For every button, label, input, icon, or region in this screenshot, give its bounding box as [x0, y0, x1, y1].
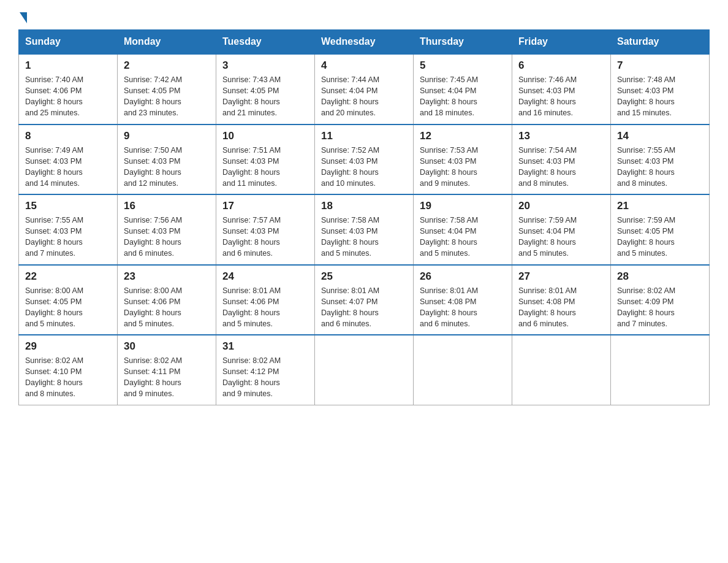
calendar-cell: 28Sunrise: 8:02 AMSunset: 4:09 PMDayligh… [611, 265, 710, 335]
day-info: Sunrise: 7:59 AMSunset: 4:04 PMDaylight:… [518, 215, 604, 259]
day-number: 20 [518, 200, 604, 212]
weekday-header-row: SundayMondayTuesdayWednesdayThursdayFrid… [19, 30, 710, 55]
day-info: Sunrise: 7:53 AMSunset: 4:03 PMDaylight:… [420, 145, 506, 190]
calendar-cell: 8Sunrise: 7:49 AMSunset: 4:03 PMDaylight… [19, 124, 118, 195]
day-number: 29 [25, 340, 111, 353]
logo-row [18, 15, 27, 23]
day-number: 7 [617, 59, 703, 72]
day-number: 17 [222, 200, 308, 212]
day-info: Sunrise: 7:52 AMSunset: 4:03 PMDaylight:… [321, 145, 407, 190]
day-info: Sunrise: 8:02 AMSunset: 4:10 PMDaylight:… [25, 355, 111, 400]
day-number: 27 [518, 270, 604, 283]
week-row-1: 1Sunrise: 7:40 AMSunset: 4:06 PMDaylight… [19, 54, 710, 124]
day-info: Sunrise: 7:48 AMSunset: 4:03 PMDaylight:… [617, 74, 703, 119]
day-info: Sunrise: 8:01 AMSunset: 4:06 PMDaylight:… [222, 285, 308, 330]
day-number: 10 [222, 130, 308, 142]
calendar-cell: 16Sunrise: 7:56 AMSunset: 4:03 PMDayligh… [118, 194, 216, 265]
week-row-4: 22Sunrise: 8:00 AMSunset: 4:05 PMDayligh… [19, 265, 710, 335]
calendar-cell: 29Sunrise: 8:02 AMSunset: 4:10 PMDayligh… [19, 335, 118, 405]
calendar-cell: 5Sunrise: 7:45 AMSunset: 4:04 PMDaylight… [414, 54, 512, 124]
day-info: Sunrise: 8:01 AMSunset: 4:07 PMDaylight:… [321, 285, 407, 330]
day-number: 13 [518, 130, 604, 142]
calendar-cell: 11Sunrise: 7:52 AMSunset: 4:03 PMDayligh… [315, 124, 414, 195]
calendar-table: SundayMondayTuesdayWednesdayThursdayFrid… [18, 29, 710, 405]
day-number: 12 [420, 130, 506, 142]
day-info: Sunrise: 7:56 AMSunset: 4:03 PMDaylight:… [124, 215, 210, 259]
calendar-cell: 18Sunrise: 7:58 AMSunset: 4:03 PMDayligh… [315, 194, 414, 265]
day-info: Sunrise: 7:57 AMSunset: 4:03 PMDaylight:… [222, 215, 308, 259]
page-header [18, 12, 710, 23]
week-row-5: 29Sunrise: 8:02 AMSunset: 4:10 PMDayligh… [19, 335, 710, 405]
calendar-cell: 30Sunrise: 8:02 AMSunset: 4:11 PMDayligh… [118, 335, 216, 405]
day-number: 30 [124, 340, 210, 353]
calendar-cell: 27Sunrise: 8:01 AMSunset: 4:08 PMDayligh… [512, 265, 611, 335]
weekday-header-friday: Friday [512, 30, 611, 55]
calendar-cell: 20Sunrise: 7:59 AMSunset: 4:04 PMDayligh… [512, 194, 611, 265]
day-number: 11 [321, 130, 407, 142]
calendar-cell: 19Sunrise: 7:58 AMSunset: 4:04 PMDayligh… [414, 194, 512, 265]
day-number: 14 [617, 130, 703, 142]
calendar-cell: 1Sunrise: 7:40 AMSunset: 4:06 PMDaylight… [19, 54, 118, 124]
calendar-cell: 7Sunrise: 7:48 AMSunset: 4:03 PMDaylight… [611, 54, 710, 124]
day-info: Sunrise: 7:55 AMSunset: 4:03 PMDaylight:… [25, 215, 111, 259]
day-info: Sunrise: 8:02 AMSunset: 4:12 PMDaylight:… [222, 355, 308, 400]
calendar-cell [611, 335, 710, 405]
day-number: 4 [321, 59, 407, 72]
day-info: Sunrise: 7:58 AMSunset: 4:04 PMDaylight:… [420, 215, 506, 259]
day-number: 19 [420, 200, 506, 212]
calendar-cell: 10Sunrise: 7:51 AMSunset: 4:03 PMDayligh… [216, 124, 315, 195]
day-number: 23 [124, 270, 210, 283]
day-info: Sunrise: 7:50 AMSunset: 4:03 PMDaylight:… [124, 145, 210, 190]
week-row-2: 8Sunrise: 7:49 AMSunset: 4:03 PMDaylight… [19, 124, 710, 195]
calendar-cell: 21Sunrise: 7:59 AMSunset: 4:05 PMDayligh… [611, 194, 710, 265]
day-info: Sunrise: 7:45 AMSunset: 4:04 PMDaylight:… [420, 74, 506, 119]
day-number: 5 [420, 59, 506, 72]
day-info: Sunrise: 8:00 AMSunset: 4:06 PMDaylight:… [124, 285, 210, 330]
calendar-cell: 23Sunrise: 8:00 AMSunset: 4:06 PMDayligh… [118, 265, 216, 335]
calendar-cell: 25Sunrise: 8:01 AMSunset: 4:07 PMDayligh… [315, 265, 414, 335]
day-info: Sunrise: 7:46 AMSunset: 4:03 PMDaylight:… [518, 74, 604, 119]
day-info: Sunrise: 7:58 AMSunset: 4:03 PMDaylight:… [321, 215, 407, 259]
day-number: 15 [25, 200, 111, 212]
calendar-cell: 3Sunrise: 7:43 AMSunset: 4:05 PMDaylight… [216, 54, 315, 124]
logo-group [18, 15, 27, 23]
weekday-header-saturday: Saturday [611, 30, 710, 55]
day-number: 3 [222, 59, 308, 72]
day-number: 9 [124, 130, 210, 142]
calendar-cell: 31Sunrise: 8:02 AMSunset: 4:12 PMDayligh… [216, 335, 315, 405]
calendar-cell [315, 335, 414, 405]
weekday-header-wednesday: Wednesday [315, 30, 414, 55]
logo [18, 15, 27, 23]
calendar-cell: 6Sunrise: 7:46 AMSunset: 4:03 PMDaylight… [512, 54, 611, 124]
day-info: Sunrise: 7:55 AMSunset: 4:03 PMDaylight:… [617, 145, 703, 190]
day-info: Sunrise: 8:01 AMSunset: 4:08 PMDaylight:… [420, 285, 506, 330]
calendar-cell: 13Sunrise: 7:54 AMSunset: 4:03 PMDayligh… [512, 124, 611, 195]
calendar-cell: 17Sunrise: 7:57 AMSunset: 4:03 PMDayligh… [216, 194, 315, 265]
calendar-cell: 15Sunrise: 7:55 AMSunset: 4:03 PMDayligh… [19, 194, 118, 265]
calendar-cell: 26Sunrise: 8:01 AMSunset: 4:08 PMDayligh… [414, 265, 512, 335]
weekday-header-thursday: Thursday [414, 30, 512, 55]
calendar-cell [512, 335, 611, 405]
calendar-cell: 24Sunrise: 8:01 AMSunset: 4:06 PMDayligh… [216, 265, 315, 335]
logo-arrow-icon [20, 12, 27, 23]
calendar-cell: 12Sunrise: 7:53 AMSunset: 4:03 PMDayligh… [414, 124, 512, 195]
day-info: Sunrise: 7:42 AMSunset: 4:05 PMDaylight:… [124, 74, 210, 119]
day-number: 16 [124, 200, 210, 212]
day-number: 6 [518, 59, 604, 72]
day-info: Sunrise: 8:02 AMSunset: 4:11 PMDaylight:… [124, 355, 210, 400]
day-number: 18 [321, 200, 407, 212]
day-info: Sunrise: 7:54 AMSunset: 4:03 PMDaylight:… [518, 145, 604, 190]
day-number: 26 [420, 270, 506, 283]
week-row-3: 15Sunrise: 7:55 AMSunset: 4:03 PMDayligh… [19, 194, 710, 265]
calendar-cell: 2Sunrise: 7:42 AMSunset: 4:05 PMDaylight… [118, 54, 216, 124]
calendar-cell: 4Sunrise: 7:44 AMSunset: 4:04 PMDaylight… [315, 54, 414, 124]
day-info: Sunrise: 8:02 AMSunset: 4:09 PMDaylight:… [617, 285, 703, 330]
day-number: 22 [25, 270, 111, 283]
day-info: Sunrise: 8:00 AMSunset: 4:05 PMDaylight:… [25, 285, 111, 330]
weekday-header-monday: Monday [118, 30, 216, 55]
day-info: Sunrise: 8:01 AMSunset: 4:08 PMDaylight:… [518, 285, 604, 330]
day-info: Sunrise: 7:44 AMSunset: 4:04 PMDaylight:… [321, 74, 407, 119]
day-number: 2 [124, 59, 210, 72]
day-number: 25 [321, 270, 407, 283]
day-info: Sunrise: 7:59 AMSunset: 4:05 PMDaylight:… [617, 215, 703, 259]
